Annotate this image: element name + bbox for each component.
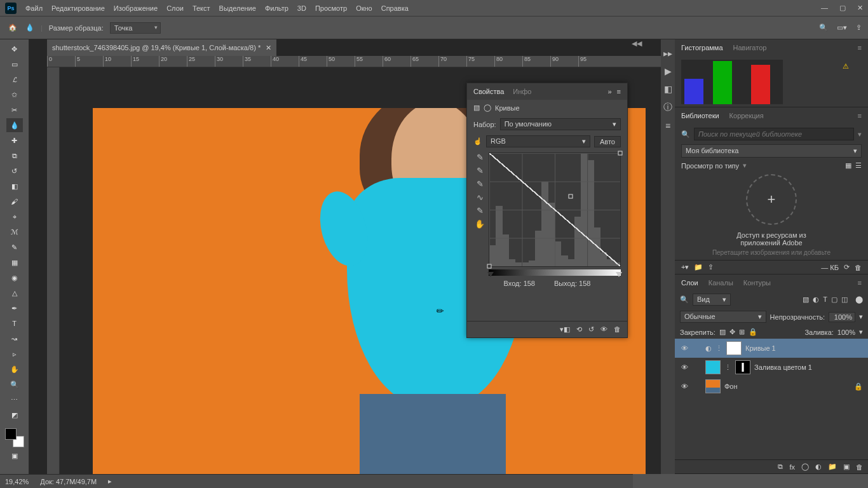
library-search-input[interactable] xyxy=(694,128,854,140)
doc-size-readout[interactable]: Док: 47,7M/49,7M xyxy=(40,478,97,485)
panel-menu-icon[interactable]: ≡ xyxy=(858,44,862,51)
marquee-tool[interactable]: ▭ xyxy=(6,57,23,71)
curves-graph[interactable] xyxy=(489,152,621,267)
folder-icon[interactable]: 📁 xyxy=(694,263,703,271)
direct-select-tool[interactable]: ▹ xyxy=(6,347,23,361)
reset-icon[interactable]: ↺ xyxy=(588,325,594,334)
layer-name[interactable]: Кривые 1 xyxy=(745,344,776,352)
visibility-icon[interactable]: 👁 xyxy=(600,325,607,334)
group-icon[interactable]: 📁 xyxy=(828,463,837,471)
lock-all-icon[interactable]: 🔒 xyxy=(749,328,757,336)
lock-artboard-icon[interactable]: ⊞ xyxy=(739,328,745,336)
workspace-icon[interactable]: ▭▾ xyxy=(837,24,847,32)
sampler-gray-icon[interactable]: ✎ xyxy=(477,166,484,175)
fx-icon[interactable]: fx xyxy=(789,463,795,471)
clone-tool[interactable]: ⌖ xyxy=(6,210,23,224)
view-by-type-label[interactable]: Просмотр по типу xyxy=(681,162,739,170)
foreground-color[interactable] xyxy=(5,428,17,440)
menu-help[interactable]: Справка xyxy=(381,4,409,12)
histogram-warning-icon[interactable]: ⚠ xyxy=(843,62,849,71)
hand-tool[interactable]: ✋ xyxy=(6,362,23,376)
layer-row[interactable]: 👁 ◐ ⋮ Кривые 1 xyxy=(675,339,868,358)
layer-name[interactable]: Заливка цветом 1 xyxy=(754,363,812,371)
menu-window[interactable]: Окно xyxy=(356,4,372,12)
chevron-down-icon[interactable]: ▾ xyxy=(743,161,747,170)
filter-shape-icon[interactable]: ▢ xyxy=(831,295,837,304)
screenmode-tool[interactable]: ▣ xyxy=(6,449,23,463)
panel-menu-icon[interactable]: ≡ xyxy=(617,88,621,95)
sample-size-select[interactable]: Точка xyxy=(110,22,161,34)
tab-close-icon[interactable]: ✕ xyxy=(266,44,271,52)
fill-field[interactable]: 100% xyxy=(837,329,855,336)
search-icon[interactable]: 🔍 xyxy=(819,24,828,32)
menu-text[interactable]: Текст xyxy=(193,4,210,12)
collapse-icon[interactable]: » xyxy=(607,88,611,95)
layer-name[interactable]: Фон xyxy=(724,383,738,390)
add-icon[interactable]: +▾ xyxy=(681,263,689,271)
window-minimize-icon[interactable]: — xyxy=(821,4,828,12)
document-tab[interactable]: shutterstock_746398405.jpg @ 19,4% (Крив… xyxy=(47,39,276,56)
tab-libraries[interactable]: Библиотеки xyxy=(681,112,719,119)
healing-tool[interactable]: ✚ xyxy=(6,133,23,147)
filter-toggle-icon[interactable]: ⬤ xyxy=(855,295,863,304)
menu-layers[interactable]: Слои xyxy=(166,4,184,12)
quickmask-tool[interactable]: ◩ xyxy=(6,408,23,422)
window-close-icon[interactable]: ✕ xyxy=(857,4,863,12)
white-point-slider[interactable] xyxy=(616,272,622,277)
menu-file[interactable]: Файл xyxy=(25,4,43,12)
tab-layers[interactable]: Слои xyxy=(681,279,698,287)
edit-toolbar-icon[interactable]: ⋯ xyxy=(6,393,23,407)
zoom-tool[interactable]: 🔍 xyxy=(6,377,23,391)
previous-state-icon[interactable]: ⟲ xyxy=(576,325,582,334)
layer-row[interactable]: 👁 Фон 🔒 xyxy=(675,377,868,396)
tab-properties[interactable]: Свойства xyxy=(473,88,504,95)
mask-thumbnail[interactable] xyxy=(735,360,750,374)
panel-icon[interactable]: ▶ xyxy=(665,66,672,76)
curve-pencil-icon[interactable]: ✎ xyxy=(477,206,484,215)
auto-button[interactable]: Авто xyxy=(594,136,621,147)
chevron-down-icon[interactable]: ▾ xyxy=(858,130,862,139)
fill-thumbnail[interactable] xyxy=(705,360,721,374)
gradient-tool[interactable]: ▦ xyxy=(6,255,23,269)
tab-info[interactable]: Инфо xyxy=(513,88,531,95)
lasso-tool[interactable]: 𝓛 xyxy=(6,72,23,86)
curve-hand-icon[interactable]: ✋ xyxy=(475,219,485,229)
lock-position-icon[interactable]: ✥ xyxy=(729,328,735,336)
stamp-tool[interactable]: ⧉ xyxy=(6,149,23,163)
panel-menu-icon[interactable]: ≡ xyxy=(858,112,862,119)
menu-view[interactable]: Просмотр xyxy=(315,4,347,12)
mask-thumbnail[interactable] xyxy=(726,341,742,355)
filter-text-icon[interactable]: T xyxy=(823,295,827,304)
pen-tool[interactable]: ✒ xyxy=(6,301,23,315)
sampler-black-icon[interactable]: ✎ xyxy=(477,152,484,162)
mixer-brush-tool[interactable]: ℳ xyxy=(6,225,23,239)
filter-icon[interactable]: 🔍 xyxy=(680,295,689,304)
layer-filter-select[interactable]: Вид▾ xyxy=(693,294,731,306)
menu-edit[interactable]: Редактирование xyxy=(51,4,105,12)
menu-3d[interactable]: 3D xyxy=(297,4,306,12)
upload-icon[interactable]: ⇪ xyxy=(708,263,714,271)
black-point-slider[interactable] xyxy=(487,272,494,277)
window-restore-icon[interactable]: ▢ xyxy=(839,4,846,12)
panel-icon[interactable]: ⓘ xyxy=(663,102,672,113)
color-swatches[interactable] xyxy=(5,428,24,447)
grid-view-icon[interactable]: ▦ xyxy=(845,161,851,170)
history-brush-tool[interactable]: ↺ xyxy=(6,164,23,178)
curve-smooth-icon[interactable]: ∿ xyxy=(477,193,484,202)
tab-navigator[interactable]: Навигатор xyxy=(733,44,767,51)
list-view-icon[interactable]: ☰ xyxy=(855,161,862,170)
eyedropper-tool[interactable]: 💧 xyxy=(6,118,23,132)
clip-icon[interactable]: ▾◧ xyxy=(560,325,570,334)
panel-menu-icon[interactable]: ≡ xyxy=(858,279,862,287)
panel-icon[interactable]: ◧ xyxy=(664,84,672,94)
tab-channels[interactable]: Каналы xyxy=(709,279,733,287)
layer-row[interactable]: 👁 ⋮ Заливка цветом 1 xyxy=(675,358,868,377)
sampler-white-icon[interactable]: ✎ xyxy=(477,179,484,189)
lock-pixels-icon[interactable]: ▨ xyxy=(719,328,726,336)
magic-wand-tool[interactable]: ✩ xyxy=(6,88,23,102)
trash-icon[interactable]: 🗑 xyxy=(855,264,862,271)
path-tool[interactable]: ↝ xyxy=(6,332,23,346)
menu-image[interactable]: Изображение xyxy=(114,4,158,12)
share-icon[interactable]: ⇪ xyxy=(856,24,862,32)
tab-histogram[interactable]: Гистограмма xyxy=(681,44,723,51)
